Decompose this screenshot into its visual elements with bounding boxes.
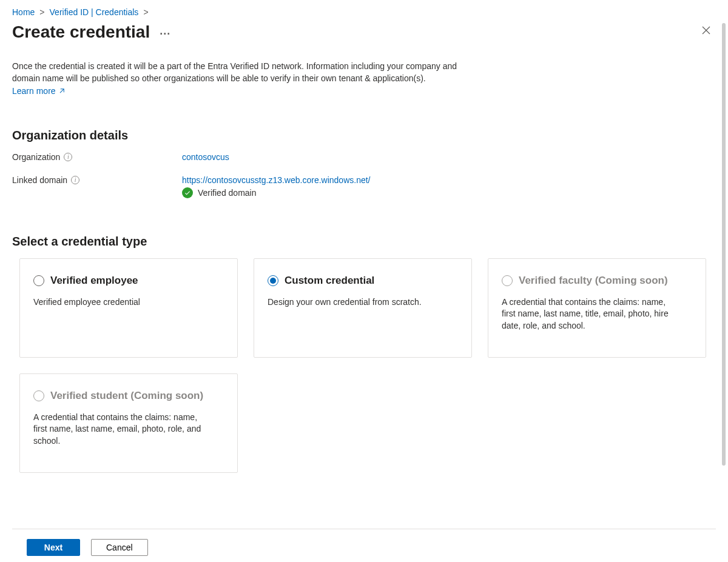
- card-title-faculty: Verified faculty (Coming soon): [519, 275, 668, 287]
- intro-paragraph: Once the credential is created it will b…: [12, 60, 479, 97]
- close-icon[interactable]: [696, 21, 716, 43]
- breadcrumb-sep: >: [143, 7, 148, 17]
- verified-domain-text: Verified domain: [198, 188, 257, 198]
- breadcrumb-verified-id[interactable]: Verified ID | Credentials: [50, 7, 139, 17]
- radio-custom-credential[interactable]: [268, 275, 278, 286]
- org-label: Organization: [12, 152, 60, 162]
- breadcrumb-sep: >: [39, 7, 44, 17]
- more-actions-icon[interactable]: ···: [160, 28, 170, 41]
- verified-check-icon: [182, 187, 193, 198]
- info-icon[interactable]: i: [64, 153, 72, 161]
- next-button[interactable]: Next: [27, 539, 80, 556]
- card-desc-custom: Design your own credential from scratch.: [268, 296, 443, 309]
- page-title: Create credential: [12, 22, 150, 42]
- card-verified-employee[interactable]: Verified employee Verified employee cred…: [19, 258, 238, 358]
- org-value-link[interactable]: contosovcus: [182, 152, 229, 162]
- card-desc-faculty: A credential that contains the claims: n…: [502, 296, 678, 332]
- card-title-employee: Verified employee: [50, 275, 138, 287]
- card-title-custom: Custom credential: [285, 275, 374, 287]
- breadcrumb-home[interactable]: Home: [12, 7, 35, 17]
- linked-domain-link[interactable]: https://contosovcusstg.z13.web.core.wind…: [182, 175, 371, 185]
- org-details-heading: Organization details: [12, 129, 716, 142]
- learn-more-link[interactable]: Learn more: [12, 85, 66, 97]
- radio-verified-employee[interactable]: [33, 275, 44, 286]
- card-custom-credential[interactable]: Custom credential Design your own creden…: [254, 258, 472, 358]
- linked-domain-label: Linked domain: [12, 175, 67, 185]
- info-icon[interactable]: i: [71, 176, 79, 184]
- card-desc-employee: Verified employee credential: [33, 296, 209, 309]
- breadcrumb: Home > Verified ID | Credentials >: [12, 7, 716, 17]
- card-title-student: Verified student (Coming soon): [50, 390, 203, 402]
- radio-verified-student: [33, 390, 44, 401]
- vertical-scrollbar[interactable]: [722, 23, 726, 466]
- card-verified-faculty: Verified faculty (Coming soon) A credent…: [488, 258, 706, 358]
- cancel-button[interactable]: Cancel: [91, 539, 148, 556]
- card-desc-student: A credential that contains the claims: n…: [33, 412, 209, 447]
- radio-verified-faculty: [502, 275, 513, 286]
- select-credential-heading: Select a credential type: [12, 235, 716, 249]
- card-verified-student: Verified student (Coming soon) A credent…: [19, 373, 238, 473]
- external-link-icon: [58, 87, 66, 95]
